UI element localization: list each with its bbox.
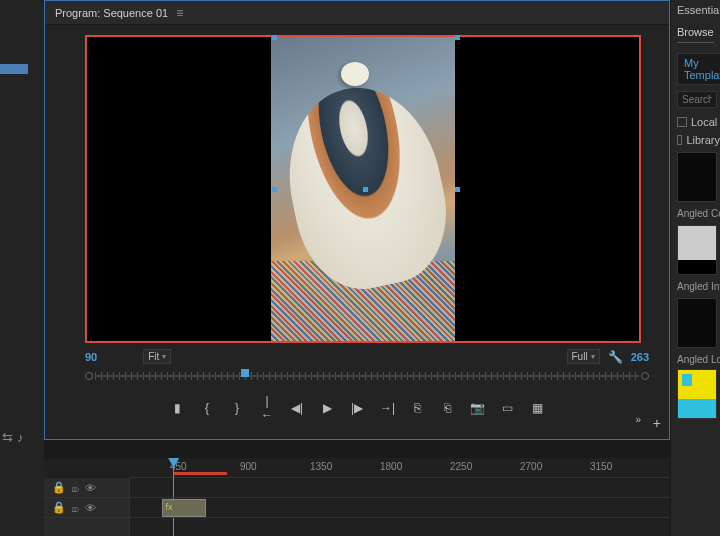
selection-handle[interactable] xyxy=(272,187,277,192)
settings-wrench-icon[interactable]: 🔧 xyxy=(608,350,623,364)
go-to-out-button[interactable]: →| xyxy=(380,401,394,415)
selection-handle[interactable] xyxy=(455,35,460,40)
eye-icon[interactable]: 👁 xyxy=(85,482,96,494)
panel-menu-icon[interactable]: ≡ xyxy=(176,6,183,20)
track-header-row: 🔒 ⎄ 👁 xyxy=(44,478,129,498)
quality-dropdown[interactable]: Full ▾ xyxy=(567,349,600,364)
tool-audio-icon[interactable]: ♪ xyxy=(17,430,24,445)
safe-margins-button[interactable]: ▦ xyxy=(530,401,544,415)
local-label: Local xyxy=(691,116,717,128)
lock-icon[interactable]: 🔒 xyxy=(52,501,66,514)
program-panel-title: Program: Sequence 01 xyxy=(55,7,168,19)
scrub-endpoint-right[interactable] xyxy=(641,372,649,380)
essential-graphics-panel: Essential Graphics Browse My Templates L… xyxy=(670,0,720,536)
program-monitor-panel: Program: Sequence 01 ≡ 90 Fit ▾ Full ▾ 🔧… xyxy=(44,0,670,440)
template-thumbnail[interactable] xyxy=(677,225,717,275)
time-tick: 3150 xyxy=(590,461,612,472)
local-checkbox-row[interactable]: Local xyxy=(677,116,720,128)
time-tick: 900 xyxy=(240,461,257,472)
mark-in-button[interactable]: { xyxy=(200,401,214,415)
chevron-down-icon: ▾ xyxy=(591,352,595,361)
time-tick: 1800 xyxy=(380,461,402,472)
video-track-lane[interactable] xyxy=(130,478,670,498)
time-tick: 2700 xyxy=(520,461,542,472)
track-header-row: 🔒 ⎄ 👁 xyxy=(44,498,129,518)
quality-label: Full xyxy=(572,351,588,362)
template-thumbnail[interactable] xyxy=(677,369,717,419)
zoom-dropdown[interactable]: Fit ▾ xyxy=(143,349,171,364)
viewer-control-row: 90 Fit ▾ Full ▾ 🔧 263 xyxy=(45,347,669,364)
fx-badge-icon: fx xyxy=(165,502,172,512)
anchor-point-icon[interactable] xyxy=(363,187,368,192)
extract-button[interactable]: ⎗ xyxy=(440,401,454,415)
program-panel-header[interactable]: Program: Sequence 01 ≡ xyxy=(45,1,669,25)
right-timecode[interactable]: 263 xyxy=(631,351,649,363)
mark-out-button[interactable]: } xyxy=(230,401,244,415)
library-label: Library xyxy=(686,134,720,146)
timeline-panel: 45090013501800225027003150 🔒 ⎄ 👁 🔒 ⎄ 👁 f… xyxy=(44,458,670,536)
comparison-view-button[interactable]: ▭ xyxy=(500,401,514,415)
sync-icon[interactable]: ⎄ xyxy=(72,482,79,494)
time-tick: 2250 xyxy=(450,461,472,472)
lift-button[interactable]: ⎘ xyxy=(410,401,424,415)
chevron-down-icon: ▾ xyxy=(162,352,166,361)
tool-swap-icon[interactable]: ⇆ xyxy=(2,430,13,445)
selection-handle[interactable] xyxy=(272,35,277,40)
my-templates-button[interactable]: My Templates xyxy=(677,53,720,85)
library-checkbox-row[interactable]: Library xyxy=(677,134,720,146)
browse-tab[interactable]: Browse xyxy=(677,26,714,43)
add-marker-button[interactable]: ▮ xyxy=(170,401,184,415)
play-button[interactable]: ▶ xyxy=(320,401,334,415)
jar-lid-knob xyxy=(341,62,369,86)
scrub-track xyxy=(95,375,639,377)
program-viewer[interactable] xyxy=(85,35,641,343)
time-tick: 1350 xyxy=(310,461,332,472)
scrub-bar[interactable] xyxy=(85,368,649,384)
render-bar xyxy=(173,472,227,475)
template-thumbnail[interactable] xyxy=(677,152,717,202)
timeline-clip[interactable]: fx xyxy=(162,499,205,517)
step-forward-button[interactable]: |▶ xyxy=(350,401,364,415)
time-ruler[interactable]: 45090013501800225027003150 xyxy=(130,458,670,478)
eye-icon[interactable]: 👁 xyxy=(85,502,96,514)
essential-graphics-title: Essential Graphics xyxy=(677,4,720,16)
template-label: Angled Intro xyxy=(677,281,720,292)
transport-controls: ▮ { } |← ◀| ▶ |▶ →| ⎘ ⎗ 📷 ▭ ▦ xyxy=(45,390,669,426)
template-thumbnail[interactable] xyxy=(677,298,717,348)
left-timecode[interactable]: 90 xyxy=(85,351,97,363)
left-toolbar: ⇆ ♪ xyxy=(0,0,44,536)
step-back-button[interactable]: ◀| xyxy=(290,401,304,415)
template-search-input[interactable] xyxy=(677,91,717,108)
selection-handle[interactable] xyxy=(455,187,460,192)
video-track-lane[interactable]: fx xyxy=(130,498,670,518)
template-label: Angled Lower Third xyxy=(677,354,720,365)
scrub-endpoint-left[interactable] xyxy=(85,372,93,380)
sync-icon[interactable]: ⎄ xyxy=(72,502,79,514)
source-clip-chip[interactable] xyxy=(0,64,28,74)
add-button[interactable]: + xyxy=(653,415,661,431)
export-frame-button[interactable]: 📷 xyxy=(470,401,484,415)
checkbox-icon[interactable] xyxy=(677,117,687,127)
go-to-in-button[interactable]: |← xyxy=(260,394,274,422)
zoom-label: Fit xyxy=(148,351,159,362)
track-header-area: 🔒 ⎄ 👁 🔒 ⎄ 👁 xyxy=(44,478,130,536)
checkbox-icon[interactable] xyxy=(677,135,682,145)
scrub-playhead[interactable] xyxy=(241,369,249,377)
template-label: Angled Coming Up xyxy=(677,208,720,219)
more-button[interactable]: » xyxy=(635,414,641,425)
lock-icon[interactable]: 🔒 xyxy=(52,481,66,494)
